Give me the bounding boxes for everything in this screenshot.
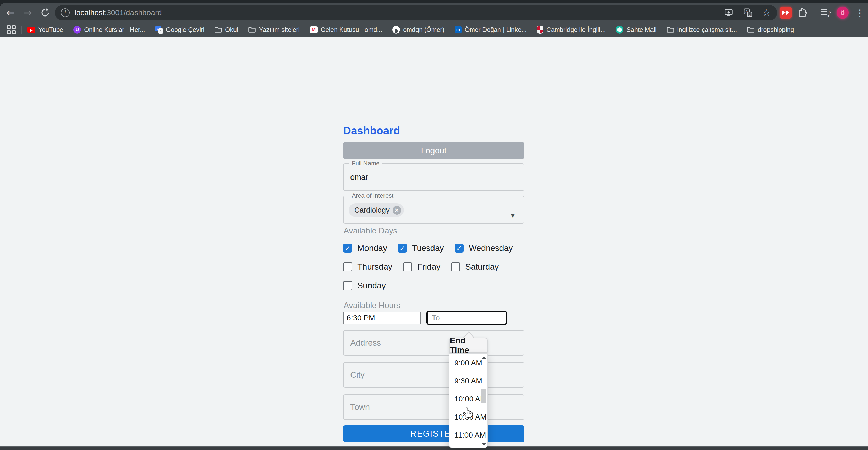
three-dots-icon: ⋮ [855,8,864,18]
bookmark-label: YouTube [38,26,63,33]
available-days-label: Available Days [344,226,397,235]
bookmark-label: Okul [225,26,238,33]
reload-icon [40,8,50,18]
days-row-2: Thursday Friday Saturday [343,262,509,272]
linkedin-icon: in [455,26,462,33]
apps-grid-icon [12,25,16,29]
address-bar[interactable]: i localhost:3001/dashboard Aa ☆ [55,5,777,20]
logout-button[interactable]: Logout [343,142,524,159]
bookmark-sahte-mail[interactable]: Sahte Mail [616,26,656,33]
youtube-extension-button[interactable] [780,7,792,19]
bookmark-online-kurslar[interactable]: UOnline Kurslar - Her... [73,26,145,33]
checked-checkbox-icon[interactable]: ✓ [398,243,407,253]
bookmark-star-button[interactable]: ☆ [763,8,771,17]
end-time-input[interactable] [428,312,506,324]
folder-icon [214,26,222,33]
window-bottom-edge [0,446,868,450]
checkbox-monday[interactable]: ✓Monday [343,243,387,253]
end-time-popup-header: End Time [449,338,488,353]
udemy-icon: U [73,26,81,33]
chip-label: Cardiology [354,206,390,214]
bookmark-dropshipping[interactable]: dropshipping [747,26,794,33]
checkbox-tuesday[interactable]: ✓Tuesday [398,243,444,253]
media-controls-button[interactable]: ♪ [820,7,832,19]
full-name-input[interactable] [344,164,524,190]
bookmark-github-omdgn[interactable]: omdgn (Ömer) [392,26,444,33]
day-label: Thursday [358,262,392,272]
browser-menu-button[interactable]: ⋮ [854,7,865,19]
checked-checkbox-icon[interactable]: ✓ [343,243,352,253]
popup-scrollbar[interactable] [481,355,487,447]
mouse-cursor-pointer [462,407,475,422]
cardiology-chip[interactable]: Cardiology ✕ [349,203,404,217]
scroll-up-icon[interactable] [482,356,486,359]
bookmark-label: Gelen Kutusu - omd... [320,26,382,33]
checkbox-saturday[interactable]: Saturday [451,262,499,272]
apps-grid-icon [7,30,11,34]
google-translate-icon: Ga [155,26,163,33]
chip-delete-icon[interactable]: ✕ [393,206,401,215]
checked-checkbox-icon[interactable]: ✓ [455,243,464,253]
bookmark-label: ingilizce çalışma sit... [677,26,737,33]
apps-grid-button[interactable] [7,25,16,34]
unchecked-checkbox-icon[interactable] [451,262,460,271]
back-icon: ← [6,7,15,19]
star-icon: ☆ [763,8,771,17]
check-glyph: ✓ [400,244,405,252]
bookmark-gelen-kutusu[interactable]: MGelen Kutusu - omd... [310,26,382,33]
music-note-icon: ♪ [827,10,832,18]
checkbox-wednesday[interactable]: ✓Wednesday [455,243,513,253]
reload-button[interactable] [37,3,53,22]
bookmark-linkedin[interactable]: inÖmer Doğan | Linke... [455,26,527,33]
bookmark-label: Sahte Mail [626,26,656,33]
gmail-icon: M [310,26,317,33]
bookmark-okul[interactable]: Okul [214,26,238,33]
bookmark-google-ceviri[interactable]: GaGoogle Çeviri [155,26,204,33]
translate-icon: Aa [743,8,753,18]
info-glyph: i [65,9,66,16]
scroll-down-icon[interactable] [482,443,486,446]
bookmarks-separator [21,26,22,34]
checkbox-sunday[interactable]: Sunday [343,281,386,291]
youtube-icon [27,27,35,33]
forward-icon: → [24,7,32,19]
start-time-input[interactable] [343,312,421,324]
town-field [343,394,524,420]
town-input[interactable] [344,395,524,419]
register-button[interactable]: REGISTER [343,425,524,442]
install-page-button[interactable] [724,8,734,18]
logout-label: Logout [421,146,447,155]
sahte-mail-icon [616,26,623,33]
unchecked-checkbox-icon[interactable] [403,262,412,271]
dropdown-caret-icon[interactable]: ▾ [511,211,515,220]
bookmark-youtube[interactable]: YouTube [27,26,63,33]
text-caret [431,314,431,322]
bookmark-cambridge[interactable]: Cambridge ile İngili... [537,26,606,33]
check-glyph: ✓ [456,244,462,252]
day-label: Sunday [358,281,386,291]
bookmark-label: Ömer Doğan | Linke... [465,26,527,33]
scrollbar-thumb[interactable] [482,389,486,402]
bookmarks-bar: YouTube UOnline Kurslar - Her... GaGoogl… [0,22,868,37]
bookmark-yazilim-siteleri[interactable]: Yazılım siteleri [248,26,300,33]
profile-avatar[interactable]: ö [837,7,849,19]
checkbox-friday[interactable]: Friday [403,262,441,272]
extensions-button[interactable] [797,7,808,18]
bookmark-label: dropshipping [757,26,794,33]
address-input[interactable] [344,331,524,355]
forward-button[interactable]: → [20,3,36,22]
back-button[interactable]: ← [3,3,19,22]
bookmark-label: Yazılım siteleri [259,26,300,33]
translate-page-button[interactable]: Aa [743,8,753,18]
avatar-letter: ö [841,9,845,17]
unchecked-checkbox-icon[interactable] [343,281,352,290]
area-of-interest-field[interactable]: Area of Interest Cardiology ✕ ▾ [343,196,524,224]
end-time-input-wrapper [426,311,507,325]
city-input[interactable] [344,363,524,387]
unchecked-checkbox-icon[interactable] [343,262,352,271]
checkbox-thursday[interactable]: Thursday [343,262,392,272]
apps-grid-icon [7,25,11,29]
bookmark-ingilizce-calisma[interactable]: ingilizce çalışma sit... [667,26,737,33]
site-info-icon[interactable]: i [61,8,69,17]
address-field [343,330,524,356]
